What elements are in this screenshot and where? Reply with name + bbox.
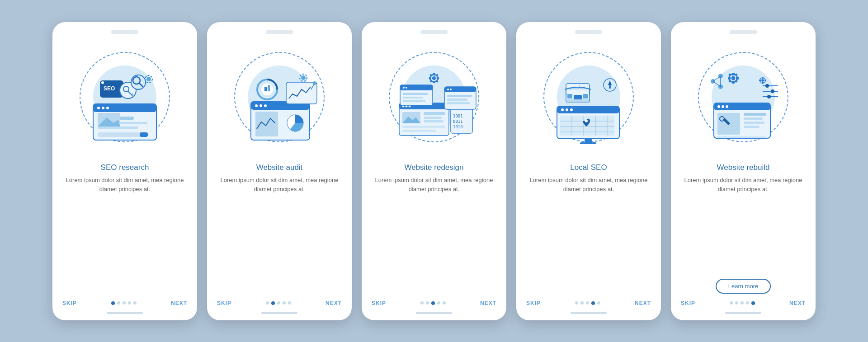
dot-3-1 [420, 301, 424, 305]
svg-point-38 [301, 75, 306, 80]
website-rebuild-svg [696, 50, 791, 145]
svg-point-132 [761, 79, 764, 82]
illustration-local-seo [530, 38, 647, 156]
dots-4 [575, 301, 600, 305]
local-seo-svg [541, 50, 636, 145]
card-desc-local-seo: Lorem ipsum dolor sit dim amet, mea regi… [527, 176, 650, 295]
skip-button-4[interactable]: SKIP [526, 300, 541, 306]
svg-point-84 [570, 108, 573, 111]
skip-button-1[interactable]: SKIP [62, 300, 77, 306]
dots-1 [111, 301, 137, 305]
svg-rect-36 [264, 87, 267, 91]
seo-research-svg: SEO [77, 50, 172, 145]
skip-button-5[interactable]: SKIP [681, 300, 695, 306]
svg-rect-135 [759, 80, 761, 81]
home-bar-5 [725, 312, 761, 314]
svg-point-27 [259, 104, 262, 107]
svg-point-113 [726, 105, 728, 108]
card-desc-website-audit: Lorem ipsum dolor sit dim amet, mea regi… [218, 176, 341, 295]
dot-5-4 [746, 301, 749, 305]
card-title-website-redesign: Website redesign [404, 163, 463, 172]
svg-rect-126 [736, 77, 739, 80]
card-desc-website-redesign: Lorem ipsum dolor sit dim amet, mea regi… [373, 176, 495, 295]
svg-point-142 [767, 95, 771, 98]
next-button-2[interactable]: NEXT [326, 300, 342, 306]
svg-rect-62 [447, 102, 470, 104]
illustration-website-redesign: 1001 0011 1010 [375, 38, 493, 156]
svg-rect-47 [424, 112, 445, 115]
svg-rect-10 [98, 132, 143, 137]
svg-rect-117 [744, 117, 763, 120]
card-title-seo-research: SEO research [101, 163, 149, 172]
svg-point-33 [313, 81, 316, 85]
card-nav-seo-research: SKIP NEXT [52, 295, 197, 306]
svg-rect-105 [583, 94, 588, 98]
dot-2-5 [288, 301, 291, 305]
svg-rect-77 [403, 93, 428, 95]
next-button-3[interactable]: NEXT [480, 300, 496, 306]
phone-card-seo-research: SEO SEO research Lorem ipsum dolor sit d… [52, 22, 197, 320]
phone-notch-2 [266, 30, 293, 34]
svg-rect-51 [402, 130, 436, 132]
svg-point-22 [146, 77, 151, 81]
dot-4-1 [575, 301, 578, 305]
next-button-5[interactable]: NEXT [789, 300, 806, 306]
svg-rect-31 [286, 82, 317, 104]
svg-rect-11 [140, 132, 148, 137]
svg-rect-68 [437, 77, 439, 80]
dot-3-5 [443, 301, 446, 305]
svg-rect-106 [567, 99, 589, 103]
svg-rect-48 [424, 117, 442, 119]
card-nav-website-redesign: SKIP NEXT [362, 295, 506, 306]
svg-rect-134 [762, 82, 764, 84]
svg-point-3 [102, 107, 104, 109]
dot-5-1 [730, 301, 733, 305]
phone-notch-5 [730, 30, 757, 34]
svg-rect-49 [424, 120, 443, 122]
dot-4-5 [597, 301, 600, 305]
svg-rect-124 [732, 81, 735, 84]
dots-2 [266, 301, 291, 305]
phone-card-website-redesign: 1001 0011 1010 [362, 22, 506, 320]
dot-2-4 [283, 301, 286, 305]
svg-point-76 [406, 87, 407, 89]
dot-1-5 [133, 301, 137, 305]
svg-rect-136 [764, 80, 766, 81]
illustration-website-rebuild [684, 38, 802, 156]
card-desc-seo-research: Lorem ipsum dolor sit dim amet, mea regi… [63, 176, 186, 295]
dot-2-3 [277, 301, 280, 305]
dot-2-1 [266, 301, 269, 305]
svg-point-59 [450, 89, 452, 90]
next-button-4[interactable]: NEXT [635, 300, 651, 306]
skip-button-2[interactable]: SKIP [217, 300, 231, 306]
dot-5-2 [735, 301, 738, 305]
next-button-1[interactable]: NEXT [171, 300, 187, 306]
svg-point-58 [447, 89, 449, 90]
dot-1-2 [117, 301, 120, 305]
dot-4-4 [591, 301, 595, 305]
card-title-website-audit: Website audit [256, 163, 303, 172]
svg-text:1010: 1010 [453, 125, 463, 129]
dot-1-3 [123, 301, 126, 305]
card-title-local-seo: Local SEO [570, 163, 607, 172]
svg-rect-67 [429, 77, 431, 80]
home-bar-4 [571, 312, 607, 314]
learn-more-button[interactable]: Learn more [716, 279, 771, 294]
svg-point-95 [585, 120, 588, 122]
dot-3-4 [437, 301, 440, 305]
dot-4-3 [586, 301, 589, 305]
svg-rect-74 [400, 85, 433, 90]
phone-card-local-seo: Local SEO Lorem ipsum dolor sit dim amet… [516, 22, 661, 320]
svg-point-112 [722, 105, 724, 108]
svg-rect-86 [580, 142, 596, 144]
svg-rect-108 [609, 85, 611, 89]
skip-button-3[interactable]: SKIP [372, 300, 386, 306]
svg-line-147 [713, 81, 721, 87]
phone-card-website-audit: Website audit Lorem ipsum dolor sit dim … [207, 22, 352, 320]
website-redesign-svg: 1001 0011 1010 [387, 50, 481, 145]
phone-notch [111, 30, 138, 34]
svg-line-146 [713, 76, 721, 81]
svg-rect-61 [447, 98, 467, 101]
svg-rect-120 [717, 136, 766, 138]
card-title-website-rebuild: Website rebuild [717, 163, 770, 172]
